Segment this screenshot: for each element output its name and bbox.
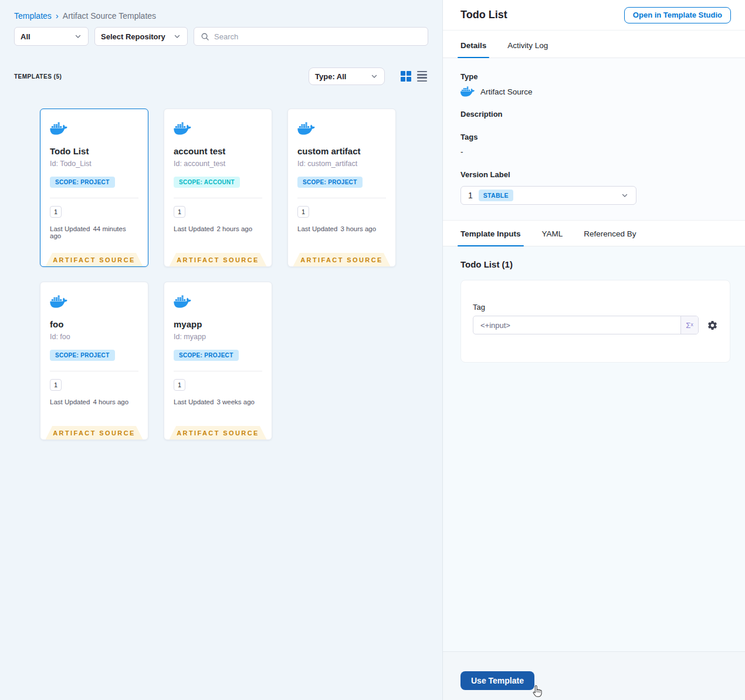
version-chip: 1 bbox=[50, 206, 62, 218]
tag-label: Tag bbox=[473, 303, 718, 312]
template-card-title: account test bbox=[174, 146, 262, 156]
template-card-title: foo bbox=[50, 319, 138, 329]
tab-details[interactable]: Details bbox=[460, 41, 486, 58]
stable-badge: STABLE bbox=[479, 190, 513, 201]
docker-icon bbox=[50, 127, 67, 137]
input-settings-button[interactable] bbox=[707, 320, 718, 331]
last-updated: Last Updated3 weeks ago bbox=[174, 398, 262, 405]
description-label: Description bbox=[460, 110, 727, 119]
breadcrumb: Templates › Artifact Source Templates bbox=[14, 11, 428, 21]
details-footer: Use Template bbox=[443, 651, 745, 700]
details-title: Todo List bbox=[460, 9, 624, 21]
last-updated: Last Updated44 minutes ago bbox=[50, 225, 138, 239]
template-inputs-body: Todo List (1) Tag Σˣ bbox=[443, 246, 745, 651]
filter-row: All Select Repository bbox=[14, 27, 428, 46]
tab-referenced-by[interactable]: Referenced By bbox=[584, 229, 636, 246]
scope-badge: SCOPE: PROJECT bbox=[297, 177, 363, 188]
repository-filter-value: Select Repository bbox=[101, 32, 165, 41]
template-card-custom-artifact[interactable]: custom artifact Id: custom_artifact SCOP… bbox=[287, 109, 396, 267]
open-in-template-studio-button[interactable]: Open in Template Studio bbox=[624, 7, 731, 23]
details-header: Todo List Open in Template Studio bbox=[443, 0, 745, 31]
artifact-source-ribbon: ARTIFACT SOURCE bbox=[170, 426, 267, 439]
card-divider bbox=[50, 371, 138, 371]
tab-yaml[interactable]: YAML bbox=[542, 229, 563, 246]
template-card-title: myapp bbox=[174, 319, 262, 329]
repository-filter-dropdown[interactable]: Select Repository bbox=[94, 27, 188, 46]
docker-icon bbox=[174, 127, 191, 137]
template-card-id: Id: foo bbox=[50, 333, 138, 341]
scope-filter-dropdown[interactable]: All bbox=[14, 27, 89, 46]
template-card-id: Id: myapp bbox=[174, 333, 262, 341]
inputs-card: Tag Σˣ bbox=[460, 280, 730, 363]
template-card-foo[interactable]: foo Id: foo SCOPE: PROJECT 1 Last Update… bbox=[40, 282, 148, 440]
artifact-source-ribbon: ARTIFACT SOURCE bbox=[170, 253, 267, 266]
chevron-down-icon bbox=[74, 32, 82, 40]
details-section: Type Artifact Source Description Tags - … bbox=[443, 58, 745, 220]
app-window: Templates › Artifact Source Templates Al… bbox=[0, 0, 745, 700]
template-card-title: Todo List bbox=[50, 146, 138, 156]
tab-template-inputs[interactable]: Template Inputs bbox=[460, 229, 521, 246]
docker-icon bbox=[174, 300, 191, 310]
scope-filter-value: All bbox=[21, 32, 31, 41]
template-card-account-test[interactable]: account test Id: account_test SCOPE: ACC… bbox=[164, 109, 272, 267]
chevron-down-icon bbox=[173, 32, 181, 40]
template-card-id: Id: Todo_List bbox=[50, 160, 138, 168]
search-icon bbox=[201, 32, 209, 41]
tag-input-wrap: Σˣ bbox=[473, 316, 699, 334]
list-view-icon bbox=[417, 71, 427, 82]
last-updated: Last Updated4 hours ago bbox=[50, 398, 138, 405]
docker-icon bbox=[50, 300, 67, 310]
version-chip: 1 bbox=[174, 206, 185, 218]
inputs-heading: Todo List (1) bbox=[460, 259, 731, 269]
template-card-myapp[interactable]: myapp Id: myapp SCOPE: PROJECT 1 Last Up… bbox=[164, 282, 272, 440]
tags-label: Tags bbox=[460, 133, 727, 141]
details-tabbar: Details Activity Log bbox=[443, 31, 745, 58]
gear-icon bbox=[707, 320, 718, 331]
type-filter-dropdown[interactable]: Type: All bbox=[309, 67, 385, 85]
breadcrumb-separator-icon: › bbox=[56, 11, 59, 21]
version-value: 1 bbox=[468, 191, 473, 200]
version-select-dropdown[interactable]: 1 STABLE bbox=[460, 186, 636, 205]
tab-activity-log[interactable]: Activity Log bbox=[507, 41, 548, 58]
scope-badge: SCOPE: PROJECT bbox=[50, 177, 115, 188]
template-card-todo-list[interactable]: Todo List Id: Todo_List SCOPE: PROJECT 1… bbox=[40, 109, 148, 267]
scope-badge: SCOPE: ACCOUNT bbox=[174, 177, 240, 188]
list-toolbar: TEMPLATES (5) Type: All bbox=[14, 67, 428, 85]
docker-icon bbox=[297, 127, 315, 137]
template-card-title: custom artifact bbox=[297, 146, 386, 156]
card-divider bbox=[174, 198, 262, 198]
scope-badge: SCOPE: PROJECT bbox=[50, 350, 115, 361]
type-filter-value: Type: All bbox=[315, 72, 346, 81]
template-list-panel: Templates › Artifact Source Templates Al… bbox=[0, 0, 443, 700]
templates-count-label: TEMPLATES (5) bbox=[14, 73, 62, 80]
chevron-down-icon bbox=[370, 72, 378, 80]
card-divider bbox=[50, 198, 138, 198]
template-details-panel: Todo List Open in Template Studio Detail… bbox=[443, 0, 745, 700]
type-value: Artifact Source bbox=[480, 87, 533, 96]
tags-value: - bbox=[460, 147, 727, 156]
search-input[interactable] bbox=[214, 32, 421, 41]
chevron-down-icon bbox=[621, 191, 629, 199]
type-label: Type bbox=[460, 72, 727, 81]
inputs-tabbar: Template Inputs YAML Referenced By bbox=[443, 220, 745, 246]
card-divider bbox=[174, 371, 262, 371]
artifact-source-ribbon: ARTIFACT SOURCE bbox=[46, 253, 143, 266]
docker-icon bbox=[460, 86, 475, 97]
last-updated: Last Updated3 hours ago bbox=[297, 225, 386, 232]
version-chip: 1 bbox=[174, 379, 185, 391]
version-label: Version Label bbox=[460, 170, 727, 179]
grid-view-icon bbox=[401, 71, 411, 82]
grid-view-button[interactable] bbox=[399, 70, 412, 83]
breadcrumb-templates-link[interactable]: Templates bbox=[14, 11, 52, 21]
list-view-button[interactable] bbox=[416, 70, 428, 83]
template-card-id: Id: custom_artifact bbox=[297, 160, 386, 168]
expression-sigma-button[interactable]: Σˣ bbox=[680, 316, 698, 334]
search-box bbox=[194, 27, 428, 46]
type-value-row: Artifact Source bbox=[460, 86, 727, 97]
use-template-button[interactable]: Use Template bbox=[460, 671, 534, 690]
artifact-source-ribbon: ARTIFACT SOURCE bbox=[293, 253, 391, 266]
tag-input[interactable] bbox=[473, 316, 680, 334]
breadcrumb-current: Artifact Source Templates bbox=[63, 11, 156, 21]
version-chip: 1 bbox=[297, 206, 309, 218]
template-card-id: Id: account_test bbox=[174, 160, 262, 168]
